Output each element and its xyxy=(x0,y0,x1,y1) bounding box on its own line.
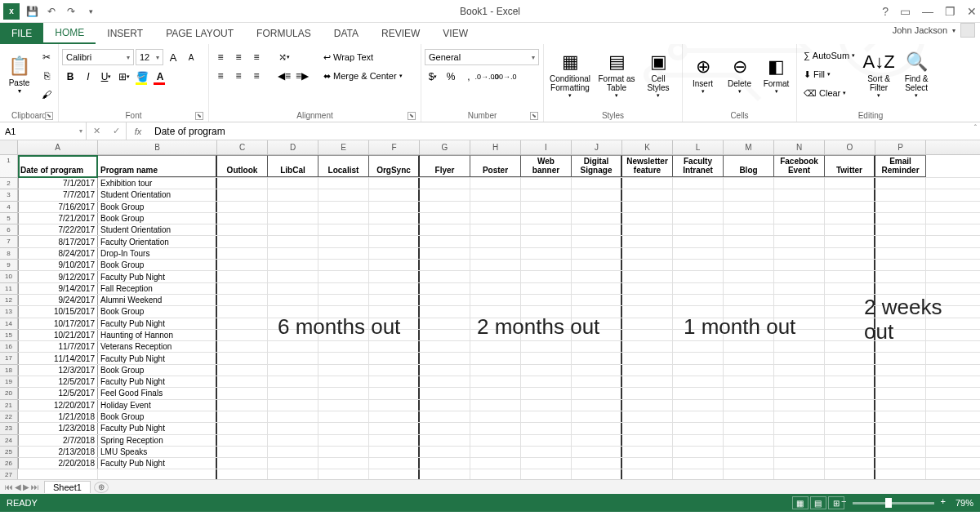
cell[interactable] xyxy=(825,248,875,259)
cell[interactable] xyxy=(572,236,622,247)
cell[interactable] xyxy=(724,271,774,282)
cell[interactable] xyxy=(774,248,825,259)
cell[interactable] xyxy=(420,447,470,457)
redo-icon[interactable]: ↷ xyxy=(64,4,78,19)
decrease-font-icon[interactable]: A xyxy=(183,49,199,65)
collapse-ribbon-icon[interactable]: ˆ xyxy=(974,124,977,133)
spreadsheet-grid[interactable]: ABCDEFGHIJKLMNOP 12345678910111213141516… xyxy=(0,140,980,479)
undo-icon[interactable]: ↶ xyxy=(44,4,59,19)
cell[interactable] xyxy=(268,447,318,457)
cell[interactable] xyxy=(622,365,673,376)
cell[interactable] xyxy=(825,423,875,433)
table-header-cell[interactable]: Facebook Event xyxy=(774,155,825,177)
cell[interactable] xyxy=(572,423,622,433)
cell[interactable] xyxy=(875,458,926,469)
row-header[interactable]: 25 xyxy=(0,447,17,458)
cell[interactable] xyxy=(470,388,521,398)
row-header[interactable]: 5 xyxy=(0,213,17,224)
cell[interactable] xyxy=(673,411,724,422)
cell[interactable] xyxy=(470,224,521,235)
row-header[interactable]: 13 xyxy=(0,306,17,318)
cell[interactable] xyxy=(724,260,774,270)
cell[interactable] xyxy=(318,341,369,352)
cell[interactable] xyxy=(369,458,420,469)
cell[interactable] xyxy=(724,178,774,189)
cell[interactable]: Alumni Weekend xyxy=(98,295,217,305)
cell[interactable] xyxy=(622,411,673,422)
cell[interactable] xyxy=(724,295,774,305)
cell[interactable] xyxy=(420,411,470,422)
cell[interactable] xyxy=(572,411,622,422)
cell[interactable] xyxy=(217,189,268,200)
table-header-cell[interactable]: Digital Signage xyxy=(572,155,622,177)
row-header[interactable]: 8 xyxy=(0,248,17,260)
cell[interactable] xyxy=(420,248,470,259)
cell[interactable] xyxy=(420,341,470,352)
cell[interactable] xyxy=(572,353,622,363)
cell[interactable] xyxy=(217,353,268,363)
cell[interactable] xyxy=(622,283,673,294)
orientation-icon[interactable]: ⤭▾ xyxy=(276,49,292,65)
column-header[interactable]: O xyxy=(825,140,875,154)
cell[interactable]: 11/7/2017 xyxy=(18,341,98,352)
column-header[interactable]: K xyxy=(622,140,673,154)
cell[interactable]: Faculty Orientation xyxy=(98,236,217,247)
copy-icon[interactable]: ⎘ xyxy=(38,68,55,84)
cell[interactable] xyxy=(724,341,774,352)
cell[interactable]: Faculty Pub Night xyxy=(98,423,217,433)
cell[interactable] xyxy=(825,283,875,294)
cell[interactable] xyxy=(774,376,825,387)
cell[interactable] xyxy=(521,458,572,469)
autosum-button[interactable]: ∑AutoSum▾ xyxy=(800,47,858,64)
cell[interactable] xyxy=(825,202,875,212)
cell[interactable] xyxy=(217,283,268,294)
cell[interactable] xyxy=(217,388,268,398)
cell[interactable]: Veterans Reception xyxy=(98,341,217,352)
cell[interactable] xyxy=(369,388,420,398)
cell[interactable] xyxy=(318,283,369,294)
cell[interactable] xyxy=(420,178,470,189)
cell[interactable] xyxy=(622,330,673,340)
cell[interactable] xyxy=(673,224,724,235)
select-all-corner[interactable] xyxy=(0,140,18,154)
cell[interactable] xyxy=(724,388,774,398)
cell[interactable]: Book Group xyxy=(98,260,217,270)
cell[interactable] xyxy=(724,458,774,469)
cell[interactable] xyxy=(420,388,470,398)
cell[interactable] xyxy=(420,202,470,212)
column-header[interactable]: N xyxy=(774,140,825,154)
cell[interactable] xyxy=(470,202,521,212)
cell[interactable] xyxy=(217,435,268,446)
row-header[interactable]: 27 xyxy=(0,469,17,479)
clipboard-dialog-launcher[interactable]: ⬊ xyxy=(45,112,53,120)
row-header[interactable]: 16 xyxy=(0,341,17,353)
cell[interactable] xyxy=(420,189,470,200)
cell[interactable] xyxy=(318,236,369,247)
page-layout-view-icon[interactable]: ▤ xyxy=(810,496,826,509)
cell[interactable] xyxy=(622,202,673,212)
cell[interactable] xyxy=(875,236,926,247)
cell[interactable] xyxy=(521,283,572,294)
cell[interactable] xyxy=(521,469,572,479)
cell[interactable]: Book Group xyxy=(98,202,217,212)
cell[interactable] xyxy=(268,178,318,189)
format-painter-icon[interactable]: 🖌 xyxy=(38,87,55,103)
cell[interactable] xyxy=(774,178,825,189)
increase-font-icon[interactable]: A xyxy=(165,49,181,65)
cell[interactable] xyxy=(268,423,318,433)
cell[interactable]: 10/21/2017 xyxy=(18,330,98,340)
tab-insert[interactable]: INSERT xyxy=(96,23,154,44)
cell[interactable] xyxy=(217,248,268,259)
cell[interactable] xyxy=(774,353,825,363)
row-header[interactable]: 19 xyxy=(0,376,17,388)
cell[interactable] xyxy=(217,330,268,340)
cell[interactable] xyxy=(622,388,673,398)
cell[interactable] xyxy=(369,283,420,294)
cell[interactable] xyxy=(673,213,724,224)
cell[interactable] xyxy=(572,271,622,282)
cell[interactable]: 12/5/2017 xyxy=(18,376,98,387)
cell[interactable] xyxy=(774,365,825,376)
cell[interactable] xyxy=(825,353,875,363)
cell[interactable] xyxy=(369,365,420,376)
cell[interactable] xyxy=(369,213,420,224)
